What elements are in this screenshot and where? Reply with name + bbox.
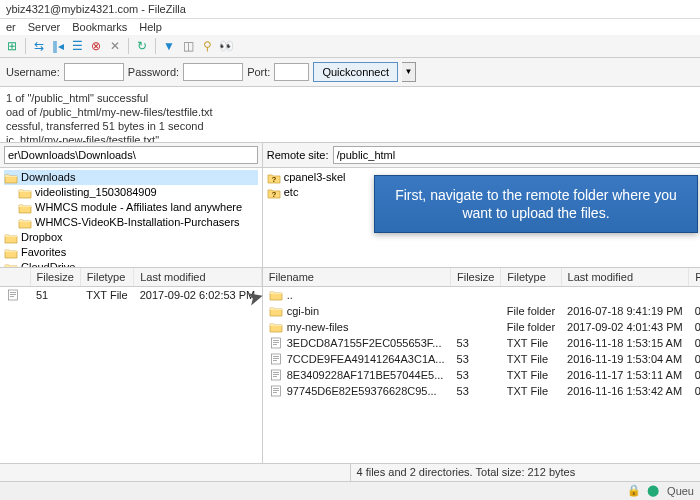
table-row[interactable]: 3EDCD8A7155F2EC055653F...53TXT File2016-…: [263, 335, 700, 351]
port-input[interactable]: [274, 63, 309, 81]
column-header[interactable]: Last modified: [134, 268, 262, 287]
file-name: 97745D6E82E59376628C95...: [287, 385, 437, 397]
table-row[interactable]: 8E3409228AF171BE57044E5...53TXT File2016…: [263, 367, 700, 383]
tree-label: Dropbox: [21, 230, 63, 245]
column-header[interactable]: Filename: [263, 268, 451, 287]
file-name: 8E3409228AF171BE57044E5...: [287, 369, 444, 381]
refresh-icon[interactable]: ↻: [134, 38, 150, 54]
site-manager-icon[interactable]: ⊞: [4, 38, 20, 54]
file-name-cell: 7CCDE9FEA49141264A3C1A...: [263, 351, 451, 367]
log-toggle-icon[interactable]: ‖◂: [50, 38, 66, 54]
separator: [25, 38, 26, 54]
cell: 51: [30, 287, 80, 304]
local-tree[interactable]: Downloadsvideolisting_1503084909WHMCS mo…: [0, 168, 262, 268]
cell: 53: [451, 335, 501, 351]
cancel-icon[interactable]: ⊗: [88, 38, 104, 54]
table-row[interactable]: 51TXT File2017-09-02 6:02:53 PM: [0, 287, 261, 304]
file-name: 3EDCD8A7155F2EC055653F...: [287, 337, 442, 349]
file-name-cell: my-new-files: [263, 319, 451, 335]
menu-item[interactable]: er: [6, 21, 16, 33]
tree-node[interactable]: Downloads: [4, 170, 258, 185]
column-header[interactable]: Last modified: [561, 268, 689, 287]
column-header[interactable]: [0, 268, 30, 287]
queue-empty-icon: ⬤: [647, 484, 661, 498]
disconnect-icon[interactable]: ✕: [107, 38, 123, 54]
column-header[interactable]: Filetype: [501, 268, 561, 287]
tree-toggle-icon[interactable]: ⇆: [31, 38, 47, 54]
filter-icon[interactable]: ▼: [161, 38, 177, 54]
tree-label: WHMCS-VideoKB-Installation-Purchasers: [35, 215, 240, 230]
cell: 0644: [689, 367, 700, 383]
table-row[interactable]: 97745D6E82E59376628C95...53TXT File2016-…: [263, 383, 700, 399]
file-name-cell: ..: [263, 287, 451, 303]
bottom-bar: 🔒 ⬤ Queu: [0, 481, 700, 500]
tree-label: etc: [284, 185, 299, 200]
lock-icon: 🔒: [627, 484, 641, 498]
file-name: 7CCDE9FEA49141264A3C1A...: [287, 353, 445, 365]
cell: [501, 287, 561, 304]
local-pathbar: [0, 143, 262, 168]
cell: 2017-09-02 6:02:53 PM: [134, 287, 262, 304]
window-title: ybiz4321@mybiz4321.com - FileZilla: [0, 0, 700, 19]
compare-icon[interactable]: ◫: [180, 38, 196, 54]
cell: 0755: [689, 303, 700, 319]
table-row[interactable]: cgi-binFile folder2016-07-18 9:41:19 PM0…: [263, 303, 700, 319]
username-input[interactable]: [64, 63, 124, 81]
folder-icon: [267, 187, 281, 199]
column-header[interactable]: Permissi: [689, 268, 700, 287]
folder-icon: [4, 247, 18, 259]
quickconnect-button[interactable]: Quickconnect: [313, 62, 398, 82]
menu-item[interactable]: Server: [28, 21, 60, 33]
cell: TXT File: [501, 351, 561, 367]
tree-label: Favorites: [21, 245, 66, 260]
table-row[interactable]: my-new-filesFile folder2017-09-02 4:01:4…: [263, 319, 700, 335]
search-icon[interactable]: ⚲: [199, 38, 215, 54]
message-log: 1 of "/public_html" successful oad of /p…: [0, 87, 700, 143]
cell: 0644: [689, 383, 700, 399]
queue-toggle-icon[interactable]: ☰: [69, 38, 85, 54]
menu-item[interactable]: Help: [139, 21, 162, 33]
column-header[interactable]: Filetype: [80, 268, 133, 287]
quickconnect-history-dropdown[interactable]: ▼: [402, 62, 416, 82]
folder-icon: [269, 321, 283, 333]
binoculars-icon[interactable]: 👀: [218, 38, 234, 54]
password-input[interactable]: [183, 63, 243, 81]
table-row[interactable]: 7CCDE9FEA49141264A3C1A...53TXT File2016-…: [263, 351, 700, 367]
instruction-tooltip: First, navigate to the remote folder whe…: [374, 175, 698, 233]
cell: [689, 287, 700, 304]
tree-node[interactable]: videolisting_1503084909: [4, 185, 258, 200]
menubar: er Server Bookmarks Help: [0, 19, 700, 35]
separator: [128, 38, 129, 54]
cell: 0644: [689, 351, 700, 367]
cell: 2017-09-02 4:01:43 PM: [561, 319, 689, 335]
local-filelist[interactable]: FilesizeFiletypeLast modified 51TXT File…: [0, 268, 262, 463]
local-path-input[interactable]: [4, 146, 258, 164]
file-name-cell: 8E3409228AF171BE57044E5...: [263, 367, 451, 383]
cell: 2016-07-18 9:41:19 PM: [561, 303, 689, 319]
file-name: my-new-files: [287, 321, 349, 333]
table-row[interactable]: ..: [263, 287, 700, 304]
file-icon: [269, 353, 283, 365]
tree-node[interactable]: CloudDrive: [4, 260, 258, 268]
remote-path-input[interactable]: [333, 146, 701, 164]
folder-icon: [269, 289, 283, 301]
tree-node[interactable]: Favorites: [4, 245, 258, 260]
file-icon: [269, 337, 283, 349]
tree-node[interactable]: WHMCS module - Affiliates land anywhere: [4, 200, 258, 215]
tree-node[interactable]: WHMCS-VideoKB-Installation-Purchasers: [4, 215, 258, 230]
cell: 2016-11-18 1:53:15 AM: [561, 335, 689, 351]
folder-icon: [18, 202, 32, 214]
column-header[interactable]: Filesize: [30, 268, 80, 287]
cell: TXT File: [501, 335, 561, 351]
tree-node[interactable]: Dropbox: [4, 230, 258, 245]
log-line: oad of /public_html/my-new-files/testfil…: [6, 105, 694, 119]
column-header[interactable]: Filesize: [451, 268, 501, 287]
cell: TXT File: [501, 367, 561, 383]
menu-item[interactable]: Bookmarks: [72, 21, 127, 33]
remote-filelist[interactable]: FilenameFilesizeFiletypeLast modifiedPer…: [263, 268, 700, 463]
folder-icon: [4, 232, 18, 244]
file-name-cell: [0, 287, 30, 303]
folder-icon: [269, 305, 283, 317]
tree-label: CloudDrive: [21, 260, 75, 268]
tree-label: WHMCS module - Affiliates land anywhere: [35, 200, 242, 215]
